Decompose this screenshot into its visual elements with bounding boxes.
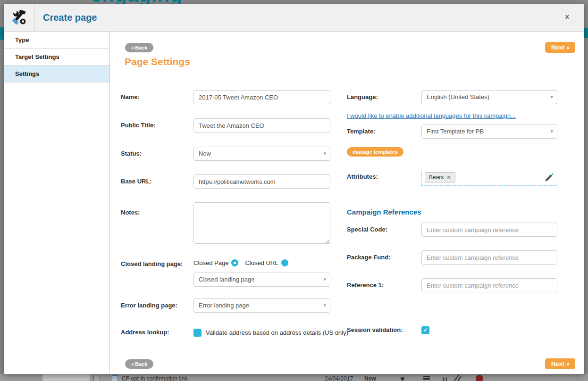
special-code-input[interactable] bbox=[421, 223, 557, 237]
magnet-icon: ∪ bbox=[442, 375, 448, 381]
chevron-down-icon: ▾ bbox=[323, 150, 326, 157]
public-title-label: Public Title: bbox=[121, 118, 193, 129]
background-navbar-fragment-left bbox=[0, 27, 4, 40]
radio-closed-page[interactable] bbox=[231, 259, 238, 266]
chevron-down-icon: ▾ bbox=[550, 94, 553, 100]
notes-textarea[interactable] bbox=[193, 202, 330, 244]
error-landing-select[interactable]: Error landing page ▾ bbox=[193, 298, 330, 313]
special-code-label: Special Code: bbox=[347, 223, 421, 233]
attributes-label: Attributes: bbox=[347, 170, 421, 180]
address-lookup-row: Address lookup: Validate address based o… bbox=[121, 327, 347, 337]
package-fund-label: Package Fund: bbox=[347, 250, 421, 261]
sidebar-item-type[interactable]: Type bbox=[4, 32, 109, 49]
language-row: Language: English (United States) ▾ bbox=[347, 90, 569, 104]
status-label: Status: bbox=[121, 147, 193, 157]
row-checkbox bbox=[93, 376, 100, 381]
background-sidebar-fragment bbox=[42, 374, 90, 381]
closed-landing-label: Closed landing page: bbox=[121, 257, 193, 267]
page-heading: Page Settings bbox=[125, 56, 190, 67]
closed-landing-row: Closed landing page: Closed Page Closed … bbox=[121, 257, 347, 298]
radio-closed-url[interactable] bbox=[281, 259, 288, 266]
modal-sidebar: Type Target Settings Settings bbox=[4, 32, 110, 374]
tools-icon bbox=[4, 4, 34, 31]
name-label: Name: bbox=[121, 90, 193, 100]
name-input[interactable] bbox=[193, 90, 330, 104]
public-title-input[interactable] bbox=[193, 118, 330, 133]
page-file-icon bbox=[112, 375, 118, 381]
base-url-input[interactable] bbox=[193, 174, 330, 189]
template-label: Template: bbox=[347, 124, 421, 135]
package-fund-input[interactable] bbox=[421, 250, 557, 265]
chevron-down-icon: ▾ bbox=[323, 302, 326, 308]
base-url-label: Base URL: bbox=[121, 174, 193, 185]
attributes-tag-box[interactable]: Bears ✕ bbox=[421, 170, 557, 186]
row-status: New bbox=[364, 375, 376, 381]
public-title-row: Public Title: bbox=[121, 118, 347, 133]
package-fund-row: Package Fund: bbox=[347, 250, 569, 265]
template-select[interactable]: First Template for PB ▾ bbox=[421, 124, 557, 139]
delete-icon bbox=[476, 375, 483, 381]
modal-title: Create page bbox=[34, 12, 97, 23]
background-navbar-fragment-right bbox=[584, 28, 588, 38]
language-label: Language: bbox=[347, 90, 421, 100]
language-select[interactable]: English (United States) ▾ bbox=[421, 90, 557, 104]
closed-page-option-label: Closed Page bbox=[193, 259, 228, 266]
row-date: 24/04/2017 bbox=[325, 375, 353, 381]
special-code-row: Special Code: bbox=[347, 223, 569, 237]
sidebar-item-target-settings[interactable]: Target Settings bbox=[4, 49, 109, 66]
base-url-row: Base URL: bbox=[121, 174, 347, 189]
additional-languages-link[interactable]: I would like to enable additional langua… bbox=[347, 112, 516, 119]
manage-templates-button[interactable]: manage templates bbox=[347, 147, 403, 157]
attributes-row: Attributes: Bears ✕ bbox=[347, 170, 569, 186]
background-table-row: CF opt-in confirmation link 24/04/2017 N… bbox=[0, 374, 588, 381]
reference-1-label: Reference 1: bbox=[347, 278, 421, 289]
favorite-icon: ♥ bbox=[400, 375, 405, 381]
checkbox-address-lookup[interactable] bbox=[193, 329, 202, 337]
template-row: Template: First Template for PB ▾ bbox=[347, 124, 569, 139]
notes-label: Notes: bbox=[121, 202, 193, 216]
next-button-top[interactable]: Next » bbox=[545, 42, 575, 53]
session-validation-label: Session validation: bbox=[347, 324, 421, 333]
address-lookup-label: Address lookup: bbox=[121, 327, 193, 336]
address-lookup-checkbox-label: Validate address based on address detail… bbox=[206, 329, 348, 336]
row-page-link: CF opt-in confirmation link bbox=[122, 375, 187, 381]
settings-panel: « Back Next » Page Settings Name: Public… bbox=[110, 32, 584, 374]
back-button-top[interactable]: « Back bbox=[125, 43, 153, 52]
back-button-bottom[interactable]: « Back bbox=[125, 359, 153, 369]
reference-1-row: Reference 1: bbox=[347, 278, 569, 292]
session-validation-row: Session validation: ✓ bbox=[347, 324, 569, 334]
create-page-modal: Create page x Type Target Settings Setti… bbox=[4, 4, 584, 374]
sidebar-item-settings[interactable]: Settings bbox=[4, 66, 109, 83]
status-select[interactable]: New ▾ bbox=[193, 147, 330, 161]
campaign-references-heading: Campaign References bbox=[347, 208, 569, 216]
reference-1-input[interactable] bbox=[421, 278, 557, 292]
name-row: Name: bbox=[121, 90, 347, 104]
edit-pencil-icon[interactable] bbox=[544, 173, 554, 184]
tag-remove-icon[interactable]: ✕ bbox=[446, 174, 451, 181]
close-icon[interactable]: x bbox=[565, 12, 569, 20]
chevron-down-icon: ▾ bbox=[323, 276, 326, 282]
closed-landing-select[interactable]: Closed landing page ▾ bbox=[193, 273, 330, 287]
error-landing-row: Error landing page: Error landing page ▾ bbox=[121, 298, 347, 313]
closed-url-option-label: Closed URL bbox=[245, 259, 278, 266]
checkbox-session-validation[interactable]: ✓ bbox=[421, 326, 429, 334]
list-icon bbox=[423, 376, 430, 381]
notes-row: Notes: bbox=[121, 202, 347, 245]
next-button-bottom[interactable]: Next » bbox=[545, 358, 575, 369]
paperclip-icon bbox=[454, 374, 462, 381]
chevron-down-icon: ▾ bbox=[550, 128, 553, 134]
error-landing-label: Error landing page: bbox=[121, 298, 193, 309]
status-row: Status: New ▾ bbox=[121, 147, 347, 161]
attribute-tag-bears: Bears ✕ bbox=[425, 172, 455, 182]
modal-header: Create page x bbox=[4, 4, 584, 32]
